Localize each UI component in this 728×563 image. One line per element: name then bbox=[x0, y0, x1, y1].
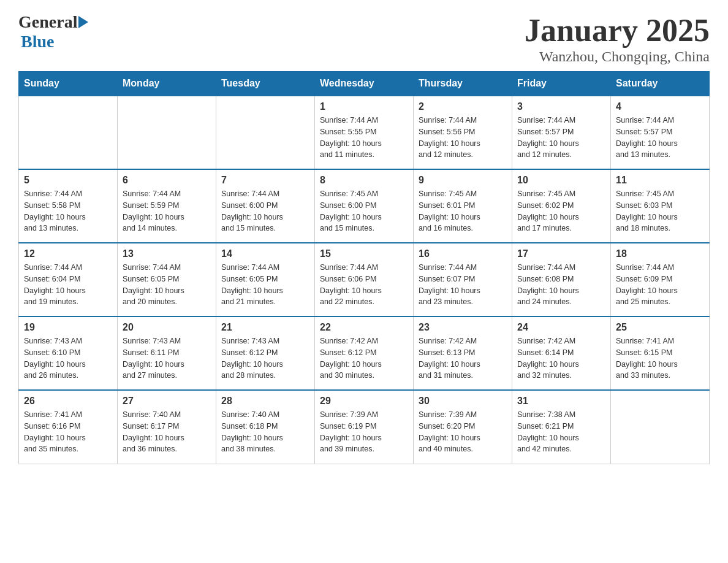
calendar-cell: 9Sunrise: 7:45 AM Sunset: 6:01 PM Daylig… bbox=[414, 169, 512, 243]
day-info: Sunrise: 7:45 AM Sunset: 6:02 PM Dayligh… bbox=[517, 188, 605, 234]
calendar-cell: 11Sunrise: 7:45 AM Sunset: 6:03 PM Dayli… bbox=[611, 169, 710, 243]
day-number: 14 bbox=[221, 248, 309, 259]
calendar-week-3: 12Sunrise: 7:44 AM Sunset: 6:04 PM Dayli… bbox=[19, 243, 710, 316]
calendar-cell: 7Sunrise: 7:44 AM Sunset: 6:00 PM Daylig… bbox=[216, 169, 315, 243]
day-number: 2 bbox=[419, 101, 507, 112]
calendar-week-1: 1Sunrise: 7:44 AM Sunset: 5:55 PM Daylig… bbox=[19, 96, 710, 169]
day-number: 17 bbox=[517, 248, 605, 259]
day-header-friday: Friday bbox=[512, 72, 611, 96]
day-number: 27 bbox=[123, 396, 211, 407]
day-info: Sunrise: 7:44 AM Sunset: 6:05 PM Dayligh… bbox=[221, 262, 309, 308]
day-info: Sunrise: 7:40 AM Sunset: 6:18 PM Dayligh… bbox=[221, 409, 309, 455]
day-number: 22 bbox=[320, 322, 408, 333]
main-title: January 2025 bbox=[525, 12, 710, 48]
day-info: Sunrise: 7:44 AM Sunset: 6:00 PM Dayligh… bbox=[221, 188, 309, 234]
calendar-header: SundayMondayTuesdayWednesdayThursdayFrid… bbox=[19, 72, 710, 96]
calendar-cell bbox=[118, 96, 216, 169]
day-header-wednesday: Wednesday bbox=[315, 72, 414, 96]
calendar-cell: 19Sunrise: 7:43 AM Sunset: 6:10 PM Dayli… bbox=[19, 316, 118, 390]
day-info: Sunrise: 7:43 AM Sunset: 6:11 PM Dayligh… bbox=[123, 335, 211, 381]
day-info: Sunrise: 7:45 AM Sunset: 6:03 PM Dayligh… bbox=[616, 188, 704, 234]
day-number: 13 bbox=[123, 248, 211, 259]
calendar-cell: 6Sunrise: 7:44 AM Sunset: 5:59 PM Daylig… bbox=[118, 169, 216, 243]
day-number: 18 bbox=[616, 248, 704, 259]
calendar-cell: 17Sunrise: 7:44 AM Sunset: 6:08 PM Dayli… bbox=[512, 243, 611, 316]
day-number: 6 bbox=[123, 175, 211, 186]
calendar-cell: 26Sunrise: 7:41 AM Sunset: 6:16 PM Dayli… bbox=[19, 390, 118, 464]
day-header-tuesday: Tuesday bbox=[216, 72, 315, 96]
day-number: 12 bbox=[24, 248, 112, 259]
calendar-cell: 21Sunrise: 7:43 AM Sunset: 6:12 PM Dayli… bbox=[216, 316, 315, 390]
day-info: Sunrise: 7:39 AM Sunset: 6:20 PM Dayligh… bbox=[419, 409, 507, 455]
day-info: Sunrise: 7:44 AM Sunset: 5:56 PM Dayligh… bbox=[419, 115, 507, 161]
calendar-cell: 29Sunrise: 7:39 AM Sunset: 6:19 PM Dayli… bbox=[315, 390, 414, 464]
calendar-cell: 1Sunrise: 7:44 AM Sunset: 5:55 PM Daylig… bbox=[315, 96, 414, 169]
day-number: 20 bbox=[123, 322, 211, 333]
day-info: Sunrise: 7:44 AM Sunset: 6:09 PM Dayligh… bbox=[616, 262, 704, 308]
page-header: General Blue January 2025 Wanzhou, Chong… bbox=[18, 12, 710, 65]
day-header-sunday: Sunday bbox=[19, 72, 118, 96]
calendar-cell: 24Sunrise: 7:42 AM Sunset: 6:14 PM Dayli… bbox=[512, 316, 611, 390]
day-number: 4 bbox=[616, 101, 704, 112]
day-info: Sunrise: 7:40 AM Sunset: 6:17 PM Dayligh… bbox=[123, 409, 211, 455]
calendar-cell: 13Sunrise: 7:44 AM Sunset: 6:05 PM Dayli… bbox=[118, 243, 216, 316]
day-header-thursday: Thursday bbox=[414, 72, 512, 96]
day-number: 9 bbox=[419, 175, 507, 186]
calendar-week-4: 19Sunrise: 7:43 AM Sunset: 6:10 PM Dayli… bbox=[19, 316, 710, 390]
calendar-cell: 8Sunrise: 7:45 AM Sunset: 6:00 PM Daylig… bbox=[315, 169, 414, 243]
day-number: 5 bbox=[24, 175, 112, 186]
calendar-cell: 10Sunrise: 7:45 AM Sunset: 6:02 PM Dayli… bbox=[512, 169, 611, 243]
calendar-cell: 12Sunrise: 7:44 AM Sunset: 6:04 PM Dayli… bbox=[19, 243, 118, 316]
day-info: Sunrise: 7:44 AM Sunset: 6:08 PM Dayligh… bbox=[517, 262, 605, 308]
day-number: 31 bbox=[517, 396, 605, 407]
day-number: 1 bbox=[320, 101, 408, 112]
day-info: Sunrise: 7:41 AM Sunset: 6:15 PM Dayligh… bbox=[616, 335, 704, 381]
day-number: 15 bbox=[320, 248, 408, 259]
day-info: Sunrise: 7:44 AM Sunset: 5:59 PM Dayligh… bbox=[123, 188, 211, 234]
calendar-body: 1Sunrise: 7:44 AM Sunset: 5:55 PM Daylig… bbox=[19, 96, 710, 464]
day-info: Sunrise: 7:44 AM Sunset: 6:07 PM Dayligh… bbox=[419, 262, 507, 308]
calendar-cell: 30Sunrise: 7:39 AM Sunset: 6:20 PM Dayli… bbox=[414, 390, 512, 464]
logo-arrow-icon bbox=[78, 16, 88, 28]
day-number: 3 bbox=[517, 101, 605, 112]
day-info: Sunrise: 7:42 AM Sunset: 6:13 PM Dayligh… bbox=[419, 335, 507, 381]
day-info: Sunrise: 7:42 AM Sunset: 6:14 PM Dayligh… bbox=[517, 335, 605, 381]
day-info: Sunrise: 7:44 AM Sunset: 5:58 PM Dayligh… bbox=[24, 188, 112, 234]
day-info: Sunrise: 7:45 AM Sunset: 6:00 PM Dayligh… bbox=[320, 188, 408, 234]
calendar-cell: 2Sunrise: 7:44 AM Sunset: 5:56 PM Daylig… bbox=[414, 96, 512, 169]
calendar-cell: 15Sunrise: 7:44 AM Sunset: 6:06 PM Dayli… bbox=[315, 243, 414, 316]
logo-blue-text: Blue bbox=[21, 32, 54, 51]
day-number: 8 bbox=[320, 175, 408, 186]
day-number: 11 bbox=[616, 175, 704, 186]
day-number: 24 bbox=[517, 322, 605, 333]
day-number: 10 bbox=[517, 175, 605, 186]
calendar-cell: 16Sunrise: 7:44 AM Sunset: 6:07 PM Dayli… bbox=[414, 243, 512, 316]
day-info: Sunrise: 7:44 AM Sunset: 6:05 PM Dayligh… bbox=[123, 262, 211, 308]
day-info: Sunrise: 7:41 AM Sunset: 6:16 PM Dayligh… bbox=[24, 409, 112, 455]
calendar-cell bbox=[216, 96, 315, 169]
day-header-saturday: Saturday bbox=[611, 72, 710, 96]
day-info: Sunrise: 7:44 AM Sunset: 5:55 PM Dayligh… bbox=[320, 115, 408, 161]
calendar-cell: 23Sunrise: 7:42 AM Sunset: 6:13 PM Dayli… bbox=[414, 316, 512, 390]
day-info: Sunrise: 7:38 AM Sunset: 6:21 PM Dayligh… bbox=[517, 409, 605, 455]
day-info: Sunrise: 7:44 AM Sunset: 6:06 PM Dayligh… bbox=[320, 262, 408, 308]
day-number: 30 bbox=[419, 396, 507, 407]
day-info: Sunrise: 7:39 AM Sunset: 6:19 PM Dayligh… bbox=[320, 409, 408, 455]
calendar-cell: 3Sunrise: 7:44 AM Sunset: 5:57 PM Daylig… bbox=[512, 96, 611, 169]
day-number: 19 bbox=[24, 322, 112, 333]
calendar-cell: 28Sunrise: 7:40 AM Sunset: 6:18 PM Dayli… bbox=[216, 390, 315, 464]
day-info: Sunrise: 7:43 AM Sunset: 6:12 PM Dayligh… bbox=[221, 335, 309, 381]
day-info: Sunrise: 7:44 AM Sunset: 6:04 PM Dayligh… bbox=[24, 262, 112, 308]
calendar-cell: 18Sunrise: 7:44 AM Sunset: 6:09 PM Dayli… bbox=[611, 243, 710, 316]
location-subtitle: Wanzhou, Chongqing, China bbox=[525, 48, 710, 65]
calendar-cell: 4Sunrise: 7:44 AM Sunset: 5:57 PM Daylig… bbox=[611, 96, 710, 169]
day-number: 26 bbox=[24, 396, 112, 407]
day-number: 16 bbox=[419, 248, 507, 259]
calendar-week-5: 26Sunrise: 7:41 AM Sunset: 6:16 PM Dayli… bbox=[19, 390, 710, 464]
logo-general-text: General bbox=[18, 12, 77, 32]
calendar-table: SundayMondayTuesdayWednesdayThursdayFrid… bbox=[18, 71, 710, 464]
calendar-cell: 25Sunrise: 7:41 AM Sunset: 6:15 PM Dayli… bbox=[611, 316, 710, 390]
day-info: Sunrise: 7:43 AM Sunset: 6:10 PM Dayligh… bbox=[24, 335, 112, 381]
day-info: Sunrise: 7:42 AM Sunset: 6:12 PM Dayligh… bbox=[320, 335, 408, 381]
calendar-cell: 14Sunrise: 7:44 AM Sunset: 6:05 PM Dayli… bbox=[216, 243, 315, 316]
